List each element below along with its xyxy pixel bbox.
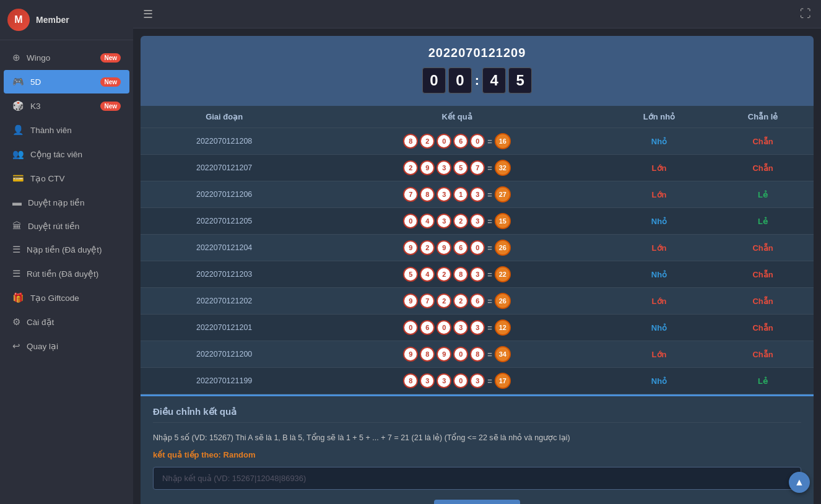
numbers-cell-3: 04323=15 [308, 208, 606, 235]
nav-badge-k3: New [100, 102, 121, 111]
table-row: 202207012120098908=34LớnChẵn [141, 341, 814, 368]
ball-1-1: 9 [420, 160, 435, 175]
ball-7-0: 0 [403, 320, 418, 335]
ball-7-2: 0 [437, 320, 451, 335]
ball-0-4: 0 [470, 134, 485, 149]
deploy-button[interactable]: Triển khai [434, 500, 520, 504]
scroll-top-button[interactable]: ▲ [789, 472, 810, 493]
hamburger-icon[interactable]: ☰ [143, 7, 153, 21]
nav-label-rut-da-duyet: Rút tiền (Đã duyệt) [27, 269, 98, 279]
parity-cell-5: Chẵn [712, 261, 814, 288]
sidebar-item-tao-ctv[interactable]: 💳 Tạo CTV [4, 167, 129, 190]
nav-icon-thanh-vien: 👤 [12, 124, 24, 136]
ball-5-3: 8 [453, 267, 468, 282]
period-cell-0: 2022070121208 [141, 128, 308, 155]
period-cell-9: 2022070121199 [141, 368, 308, 394]
numbers-cell-0: 82060=16 [308, 128, 606, 155]
ball-9-2: 3 [437, 373, 451, 388]
nav-label-tao-ctv: Tạo CTV [30, 173, 65, 183]
table-row: 202207012120882060=16NhỏChẵn [141, 128, 814, 155]
ball-6-0: 9 [403, 293, 418, 308]
period-cell-4: 2022070121204 [141, 235, 308, 261]
ball-5-4: 3 [470, 267, 485, 282]
sidebar-item-thanh-vien[interactable]: 👤 Thành viên [4, 118, 129, 142]
sidebar-username: Member [36, 15, 69, 25]
numbers-cell-4: 92960=26 [308, 235, 606, 261]
eq-sign-9: = [487, 376, 492, 386]
ball-1-0: 2 [403, 160, 418, 175]
expand-icon[interactable]: ⛶ [800, 7, 811, 20]
adjust-info: Nhập 5 số (VD: 15267) Thi A sẽ là 1, B l… [153, 432, 801, 444]
ball-3-4: 3 [470, 214, 485, 228]
timer-digit-1: 0 [448, 67, 472, 93]
ball-1-4: 7 [470, 160, 485, 175]
nav-icon-k3: 🎲 [12, 100, 24, 111]
numbers-cell-2: 78313=27 [308, 181, 606, 208]
ball-2-4: 3 [470, 187, 485, 202]
period-id: 2022070121209 [153, 46, 801, 60]
sidebar-item-5d[interactable]: 🎮 5D New [4, 70, 129, 93]
ball-4-0: 9 [403, 240, 418, 255]
sidebar-item-k3[interactable]: 🎲 K3 New [4, 94, 129, 118]
size-cell-7: Nhỏ [606, 315, 712, 341]
adjust-input[interactable] [153, 467, 801, 490]
sidebar-item-nap-da-duyet[interactable]: ☰ Nạp tiền (Đã duyệt) [4, 238, 129, 261]
parity-cell-8: Chẵn [712, 341, 814, 368]
adjust-next-value: Random [224, 450, 256, 459]
ball-8-2: 9 [437, 347, 451, 362]
ball-6-2: 2 [437, 293, 451, 308]
ball-9-0: 8 [403, 373, 418, 388]
sidebar-item-cong-tac-vien[interactable]: 👥 Cộng tác viên [4, 142, 129, 166]
timer-digit-3: 5 [508, 67, 532, 93]
eq-sign-5: = [487, 270, 492, 279]
timer-colon-1: : [475, 72, 479, 89]
ball-9-4: 3 [470, 373, 485, 388]
numbers-cell-9: 83303=17 [308, 368, 606, 394]
avatar: M [7, 9, 30, 31]
parity-cell-9: Lẻ [712, 368, 814, 394]
sidebar-item-tao-giftcode[interactable]: 🎁 Tạo Giftcode [4, 286, 129, 310]
nav-icon-cai-dat: ⚙ [12, 316, 20, 328]
main-content: 2022070121209 0 0 : 4 5 Giai đoạnKết quả… [133, 28, 821, 504]
numbers-cell-8: 98908=34 [308, 341, 606, 368]
ball-6-3: 2 [453, 293, 468, 308]
sidebar-item-wingo[interactable]: ⊕ Wingo New [4, 46, 129, 69]
ball-9-3: 0 [453, 373, 468, 388]
parity-cell-0: Chẵn [712, 128, 814, 155]
ball-7-1: 6 [420, 320, 435, 335]
adjust-title: Điều chỉnh kết quả [153, 406, 801, 423]
timer-display: 0 0 : 4 5 [422, 67, 532, 93]
ball-2-1: 8 [420, 187, 435, 202]
period-cell-5: 2022070121203 [141, 261, 308, 288]
nav-icon-5d: 🎮 [12, 76, 24, 87]
eq-sign-0: = [487, 137, 492, 146]
results-table: Giai đoạnKết quảLớn nhỏChẵn lẻ 202207012… [141, 106, 814, 394]
sum-ball-7: 12 [495, 319, 511, 336]
size-cell-2: Lớn [606, 181, 712, 208]
sidebar-item-cai-dat[interactable]: ⚙ Cài đặt [4, 310, 129, 334]
sum-ball-6: 26 [495, 293, 511, 309]
sidebar-item-duyet-rut[interactable]: 🏛 Duyệt rút tiền [4, 214, 129, 237]
nav-icon-nap-da-duyet: ☰ [12, 244, 20, 255]
nav-label-thanh-vien: Thành viên [30, 126, 72, 135]
table-row: 202207012120492960=26LớnChẵn [141, 235, 814, 261]
nav-label-duyet-nap: Duyệt nạp tiền [28, 198, 85, 207]
nav-label-quay-lai: Quay lại [27, 341, 58, 351]
nav-icon-tao-ctv: 💳 [12, 173, 24, 184]
sidebar-item-rut-da-duyet[interactable]: ☰ Rút tiền (Đã duyệt) [4, 262, 129, 285]
sidebar-nav: ⊕ Wingo New🎮 5D New🎲 K3 New👤 Thành viên … [0, 40, 133, 504]
sidebar-item-quay-lai[interactable]: ↩ Quay lại [4, 334, 129, 358]
sidebar-item-duyet-nap[interactable]: ▬ Duyệt nạp tiền [4, 191, 129, 214]
size-cell-0: Nhỏ [606, 128, 712, 155]
nav-label-cai-dat: Cài đặt [27, 317, 54, 327]
size-cell-1: Lớn [606, 155, 712, 181]
nav-label-wingo: Wingo [27, 53, 50, 63]
col-header-2: Lớn nhỏ [606, 106, 712, 128]
period-cell-2: 2022070121206 [141, 181, 308, 208]
numbers-cell-1: 29357=32 [308, 155, 606, 181]
sum-ball-0: 16 [495, 133, 511, 149]
parity-cell-6: Chẵn [712, 288, 814, 315]
nav-icon-rut-da-duyet: ☰ [12, 268, 20, 279]
eq-sign-1: = [487, 163, 492, 173]
nav-label-5d: 5D [30, 77, 41, 87]
